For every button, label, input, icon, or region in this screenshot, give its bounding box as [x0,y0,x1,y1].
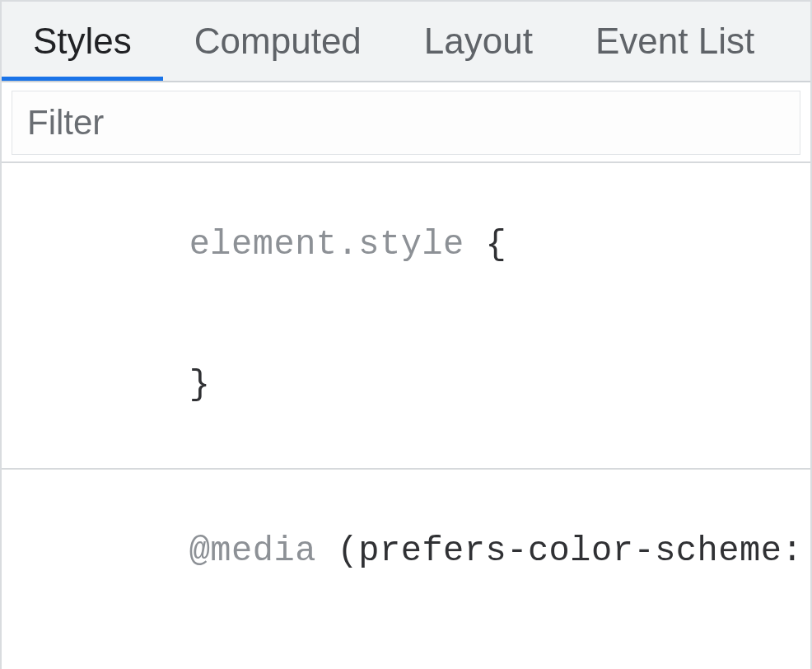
tab-label: Event List [595,21,754,62]
css-rules-list: element.style { } @media (prefers-color-… [2,163,810,669]
selector-element-style: element.style [189,225,464,264]
brace-open: { [464,225,506,264]
tab-label: Styles [33,21,132,62]
styles-panel: Styles Computed Layout Event List elemen… [0,0,812,669]
tab-styles[interactable]: Styles [2,2,163,81]
brace-close: } [189,365,211,405]
tab-label: Computed [194,21,362,62]
rule-element-style[interactable]: element.style { } [2,163,810,470]
filter-input[interactable] [12,91,800,155]
rule-media-dark[interactable]: @media (prefers-color-scheme: dark) #eye… [2,470,810,669]
tab-bar: Styles Computed Layout Event List [2,2,810,82]
tab-computed[interactable]: Computed [163,2,393,81]
tab-label: Layout [424,21,533,62]
filter-bar [2,82,810,163]
tab-layout[interactable]: Layout [393,2,564,81]
at-media-keyword: @media [189,531,316,571]
media-condition: (prefers-color-scheme: dark) [316,531,812,571]
tab-event-listeners[interactable]: Event List [564,2,754,81]
